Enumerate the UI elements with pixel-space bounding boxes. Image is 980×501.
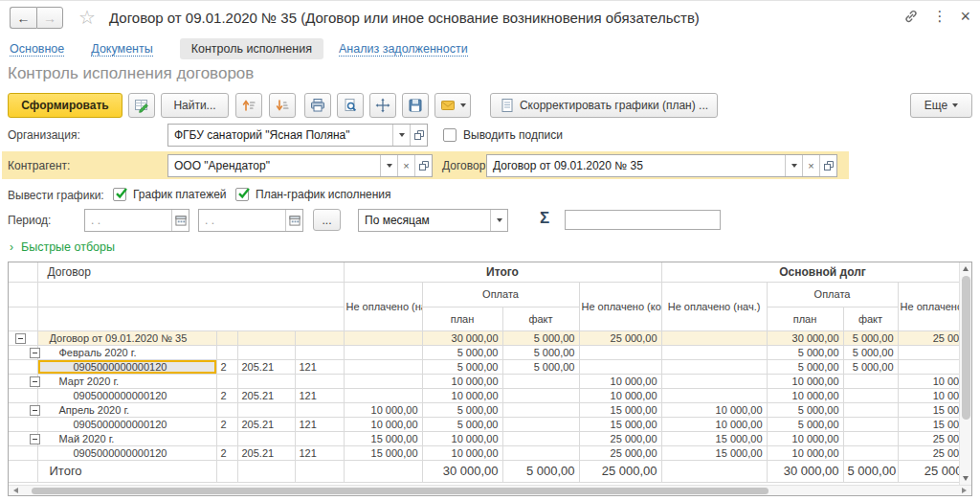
move-button[interactable]: [369, 93, 396, 118]
amount-cell: [344, 374, 422, 388]
generate-button[interactable]: Сформировать: [8, 93, 122, 118]
sum-input[interactable]: [565, 210, 721, 230]
column-payment[interactable]: Оплата: [422, 282, 579, 307]
dropdown-caret-icon: [460, 103, 466, 107]
table-row[interactable]: 09050000000001202205.211215 000,005 000,…: [9, 359, 959, 374]
column-group-total[interactable]: Итого: [344, 262, 661, 282]
table-row[interactable]: Договор от 09.01.2020 № 3530 000,005 000…: [9, 330, 959, 345]
table-row[interactable]: 09050000000001202205.2112110 000,005 000…: [9, 417, 959, 431]
scroll-left-icon[interactable]: [13, 488, 18, 493]
tree-cell: [9, 402, 37, 417]
more-menu-icon[interactable]: ⋮: [932, 9, 947, 24]
table-row[interactable]: Май 2020 г.15 000,0010 000,0025 000,0015…: [9, 431, 959, 445]
table-row[interactable]: 09050000000001202205.2112115 000,0010 00…: [9, 445, 959, 460]
table-row[interactable]: Март 2020 г.10 000,0010 000,0010 000,001…: [9, 374, 959, 388]
column-fact[interactable]: факт: [502, 307, 579, 330]
vertical-scroll-thumb[interactable]: [962, 276, 970, 420]
calendar-button[interactable]: [285, 210, 302, 231]
tab-documents[interactable]: Документы: [91, 42, 152, 57]
calendar-button[interactable]: [171, 210, 189, 231]
dropdown-button[interactable]: [490, 210, 507, 231]
period-options-button[interactable]: ...: [313, 209, 341, 231]
save-button[interactable]: [402, 93, 429, 118]
collapse-minus-icon[interactable]: [15, 333, 26, 344]
amount-cell: [661, 330, 767, 345]
organization-field[interactable]: ФГБУ санаторий "Ясная Поляна": [167, 124, 428, 147]
amount-cell: 30 000,00: [422, 460, 502, 482]
scroll-right-icon[interactable]: [962, 488, 967, 493]
collapse-minus-icon[interactable]: [30, 434, 40, 444]
table-row[interactable]: Февраль 2020 г.5 000,005 000,005 000,005…: [9, 345, 959, 359]
amount-cell: 5 000,00: [502, 460, 579, 482]
link-icon[interactable]: [903, 9, 919, 24]
forward-button[interactable]: →: [36, 7, 63, 29]
column-contract[interactable]: Договор: [37, 262, 344, 282]
scroll-up-icon[interactable]: [963, 266, 969, 271]
tab-execution-control[interactable]: Контроль исполнения: [180, 38, 323, 59]
more-button[interactable]: Еще: [910, 93, 972, 118]
dropdown-button[interactable]: [380, 155, 397, 176]
account-cell: [237, 402, 295, 417]
collapse-minus-icon[interactable]: [30, 376, 40, 387]
tab-main[interactable]: Основное: [10, 42, 64, 57]
selected-cell[interactable]: 0905000000000120: [37, 359, 216, 374]
account-cell: [237, 374, 295, 388]
tab-debt-analysis[interactable]: Анализ задолженности: [339, 42, 468, 57]
collapse-minus-icon[interactable]: [30, 405, 40, 416]
preview-button[interactable]: [337, 93, 364, 118]
periodicity-select[interactable]: По месяцам: [358, 209, 508, 232]
scroll-down-icon[interactable]: [963, 476, 969, 481]
sort-ascending-button[interactable]: [235, 93, 262, 118]
vertical-scrollbar[interactable]: [959, 262, 971, 485]
favorite-star-icon[interactable]: ☆: [78, 7, 96, 28]
kek-cell: [295, 345, 344, 359]
send-email-button[interactable]: [434, 93, 471, 118]
amount-cell: [344, 388, 422, 402]
column-unpaid-start[interactable]: Не оплачено (нач.): [661, 282, 767, 330]
column-fact[interactable]: факт: [843, 307, 898, 330]
history-nav: ← →: [10, 7, 63, 29]
checkbox-signatures[interactable]: [443, 128, 457, 142]
column-plan[interactable]: план: [422, 307, 502, 330]
horizontal-scrollbar[interactable]: [9, 485, 971, 495]
amount-cell: [579, 345, 661, 359]
adjust-schedules-button[interactable]: Скорректировать графики (план) ...: [490, 93, 718, 118]
quick-filters-toggle[interactable]: › Быстрые отборы: [10, 240, 115, 254]
kek-cell: 121: [295, 445, 344, 460]
column-plan[interactable]: план: [767, 307, 843, 330]
tree-cell: [9, 460, 37, 482]
table-row[interactable]: 09050000000001202205.2112110 000,0010 00…: [9, 388, 959, 402]
collapse-minus-icon[interactable]: [30, 348, 40, 358]
clear-button[interactable]: ×: [397, 155, 414, 176]
dropdown-button[interactable]: [785, 155, 802, 176]
column-payment[interactable]: Оплата: [767, 282, 898, 307]
dropdown-button[interactable]: [392, 125, 410, 146]
open-button[interactable]: [414, 155, 432, 176]
checkbox-payment-schedule[interactable]: [113, 188, 126, 201]
checkbox-plan-schedule[interactable]: [235, 188, 249, 201]
open-button[interactable]: [819, 155, 836, 176]
kfo-cell: 2: [216, 359, 237, 374]
contract-field[interactable]: Договор от 09.01.2020 № 35 ×: [486, 154, 837, 177]
close-icon[interactable]: ×: [960, 9, 970, 24]
table-row[interactable]: Апрель 2020 г.10 000,005 000,0015 000,00…: [9, 402, 959, 417]
period-from-field[interactable]: . .: [84, 209, 189, 232]
back-button[interactable]: ←: [10, 7, 36, 29]
amount-cell: [661, 345, 767, 359]
horizontal-scroll-thumb[interactable]: [32, 488, 768, 494]
column-unpaid-start[interactable]: Не оплачено (нач.): [344, 282, 422, 330]
report-settings-button[interactable]: [128, 93, 155, 118]
period-to-field[interactable]: . .: [198, 209, 303, 232]
clear-button[interactable]: ×: [802, 155, 819, 176]
find-button[interactable]: Найти...: [161, 93, 229, 118]
amount-cell: 5 000,00: [843, 359, 898, 374]
column-unpaid-end[interactable]: Не оплачено (кон.): [898, 282, 959, 330]
amount-cell: 10 000,00: [898, 374, 959, 388]
open-button[interactable]: [410, 125, 427, 146]
column-unpaid-end[interactable]: Не оплачено (кон.): [579, 282, 661, 330]
print-button[interactable]: [304, 93, 331, 118]
periodicity-value: По месяцам: [359, 210, 490, 231]
counterparty-field[interactable]: ООО "Арендатор" ×: [167, 154, 433, 177]
column-group-principal[interactable]: Основной долг: [661, 262, 959, 282]
sort-descending-button[interactable]: [269, 93, 296, 118]
